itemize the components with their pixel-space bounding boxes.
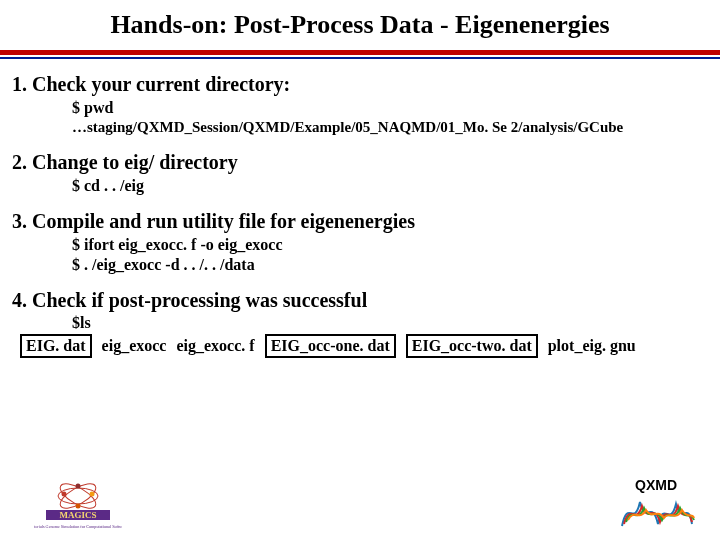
step1-heading: 1. Check your current directory: xyxy=(12,73,708,96)
slide-content: 1. Check your current directory: $ pwd …… xyxy=(0,59,720,358)
qxmd-logo: QXMD xyxy=(616,476,696,532)
file-eig-exocc: eig_exocc xyxy=(102,337,167,355)
file-eig-dat: EIG. dat xyxy=(20,334,92,358)
svg-point-3 xyxy=(62,492,67,497)
magics-logo: MAGICS Materials Genome Simulation for C… xyxy=(34,476,122,532)
slide-title: Hands-on: Post-Process Data - Eigenenerg… xyxy=(0,0,720,40)
step1-path: …staging/QXMD_Session/QXMD/Example/05_NA… xyxy=(72,118,708,137)
step3-run: $ . /eig_exocc -d . . /. . /data xyxy=(72,255,708,275)
step4-ls: $ls xyxy=(12,314,708,332)
step3-compile: $ ifort eig_exocc. f -o eig_exocc xyxy=(72,235,708,255)
step1-command-block: $ pwd …staging/QXMD_Session/QXMD/Example… xyxy=(12,98,708,137)
step2-cd: $ cd . . /eig xyxy=(72,176,708,196)
qxmd-text: QXMD xyxy=(635,477,677,493)
svg-point-6 xyxy=(76,504,81,509)
file-eig-exocc-f: eig_exocc. f xyxy=(176,337,254,355)
file-eig-occ-two: EIG_occ-two. dat xyxy=(406,334,538,358)
slide: Hands-on: Post-Process Data - Eigenenerg… xyxy=(0,0,720,540)
step2-heading: 2. Change to eig/ directory xyxy=(12,151,708,174)
step4-heading: 4. Check if post-processing was successf… xyxy=(12,289,708,312)
svg-point-5 xyxy=(76,484,81,489)
svg-point-4 xyxy=(90,492,95,497)
step2-command-block: $ cd . . /eig xyxy=(12,176,708,196)
divider-red xyxy=(0,50,720,55)
step1-pwd: $ pwd xyxy=(72,98,708,118)
step3-command-block: $ ifort eig_exocc. f -o eig_exocc $ . /e… xyxy=(12,235,708,275)
svg-text:Materials Genome Simulation fo: Materials Genome Simulation for Computat… xyxy=(34,524,122,529)
step3-heading: 3. Compile and run utility file for eige… xyxy=(12,210,708,233)
file-plot-eig: plot_eig. gnu xyxy=(548,337,636,355)
step4-file-row: EIG. dat eig_exocc eig_exocc. f EIG_occ-… xyxy=(12,334,708,358)
footer: MAGICS Materials Genome Simulation for C… xyxy=(0,474,720,534)
file-eig-occ-one: EIG_occ-one. dat xyxy=(265,334,396,358)
svg-text:MAGICS: MAGICS xyxy=(59,510,96,520)
